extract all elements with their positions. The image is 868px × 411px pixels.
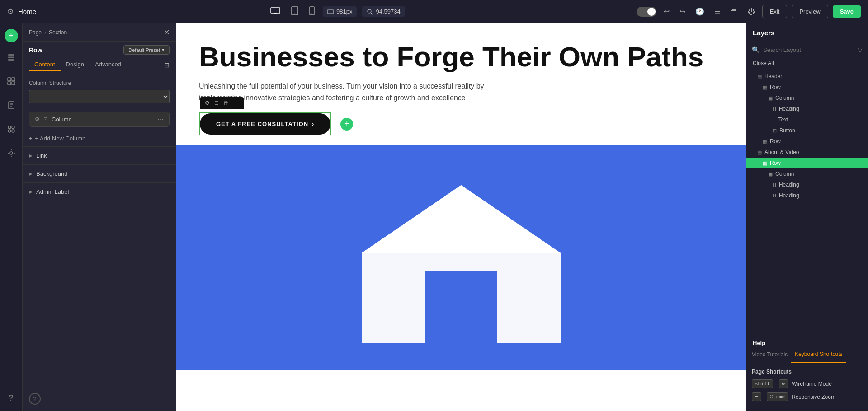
tree-item-heading-2[interactable]: H Heading xyxy=(746,179,868,190)
tree-item-row-1[interactable]: ▦ Row xyxy=(746,82,868,93)
svg-rect-12 xyxy=(8,59,14,61)
cta-copy-icon[interactable]: ⊡ xyxy=(213,99,220,107)
columns-button[interactable]: ⚌ xyxy=(712,5,723,19)
tree-item-header[interactable]: ▤ Header xyxy=(746,71,868,82)
power-button[interactable]: ⏻ xyxy=(745,5,758,19)
tab-design[interactable]: Design xyxy=(61,58,90,71)
dark-mode-toggle[interactable] xyxy=(637,7,656,17)
history-button[interactable]: 🕐 xyxy=(693,5,707,19)
tabs-row: Content Design Advanced ⊟ xyxy=(23,55,176,75)
filter-icon[interactable]: ▽ xyxy=(858,46,863,53)
pages-icon[interactable] xyxy=(5,98,18,114)
svg-point-8 xyxy=(368,9,371,13)
svg-point-25 xyxy=(10,152,13,154)
close-all-button[interactable]: Close All xyxy=(746,57,868,69)
column-card-label: Column xyxy=(52,116,154,123)
tree-item-about-section[interactable]: ▤ About & Video xyxy=(746,147,868,158)
tree-item-heading-3[interactable]: H Heading xyxy=(746,190,868,201)
key-equals: = xyxy=(752,392,761,401)
svg-point-21 xyxy=(8,126,11,129)
svg-rect-0 xyxy=(271,8,280,13)
background-accordion: ▶ Background xyxy=(23,164,176,182)
settings-icon[interactable] xyxy=(5,146,18,162)
tree-item-heading-1[interactable]: H Heading xyxy=(746,103,868,114)
svg-point-24 xyxy=(12,130,14,132)
gear-icon[interactable]: ⚙ xyxy=(7,7,14,16)
column-structure-row xyxy=(29,90,170,103)
background-accordion-header[interactable]: ▶ Background xyxy=(23,165,176,182)
cta-add-button[interactable]: + xyxy=(340,118,353,131)
mobile-device-button[interactable] xyxy=(307,4,317,20)
tree-item-button[interactable]: ⊡ Button xyxy=(746,125,868,136)
tree-item-row-active[interactable]: ▦ Row xyxy=(746,158,868,168)
section-icon-2: ▤ xyxy=(757,149,762,155)
undo-button[interactable]: ↩ xyxy=(661,5,672,19)
cta-button[interactable]: GET A FREE CONSULTATION › xyxy=(200,113,330,135)
wireframe-key-combo: shift + w xyxy=(752,379,788,388)
wireframe-label: Wireframe Mode xyxy=(792,381,832,387)
cta-more-icon[interactable]: ⋯ xyxy=(232,99,240,107)
tree-item-column-2[interactable]: ▣ Column xyxy=(746,168,868,179)
svg-point-22 xyxy=(12,126,14,129)
breadcrumb-page[interactable]: Page xyxy=(29,29,42,36)
tab-keyboard-shortcuts[interactable]: Keyboard Shortcuts xyxy=(791,346,846,363)
svg-point-6 xyxy=(311,13,312,14)
layers-tree: ▤ Header ▦ Row ▣ Column H Heading T Text xyxy=(746,69,868,336)
link-accordion: ▶ Link xyxy=(23,146,176,164)
help-icon[interactable]: ? xyxy=(6,391,16,406)
column-dots-menu[interactable]: ⋯ xyxy=(157,116,164,123)
svg-rect-17 xyxy=(9,102,14,109)
help-circle-button[interactable]: ? xyxy=(29,393,41,405)
settings-small-icon[interactable]: ⚙ xyxy=(35,116,40,122)
add-new-column-button[interactable]: + + Add New Column xyxy=(23,131,176,146)
trash-button[interactable]: 🗑 xyxy=(728,5,741,19)
svg-rect-16 xyxy=(12,82,15,85)
default-preset-button[interactable]: Default Preset ▾ xyxy=(123,45,170,55)
copy-small-icon[interactable]: ⊡ xyxy=(43,116,48,122)
layers-title: Layers xyxy=(753,29,774,37)
search-layout-input[interactable] xyxy=(763,47,854,53)
link-accordion-header[interactable]: ▶ Link xyxy=(23,147,176,164)
help-tabs: Video Tutorials Keyboard Shortcuts xyxy=(746,346,868,363)
svg-rect-28 xyxy=(425,271,497,343)
admin-label-accordion-header[interactable]: ▶ Admin Label xyxy=(23,183,176,201)
help-content: Page Shortcuts shift + w Wireframe Mode … xyxy=(746,363,868,411)
admin-label-arrow-icon: ▶ xyxy=(29,189,33,194)
element-type-label: Row xyxy=(29,47,42,54)
preview-button[interactable]: Preview xyxy=(792,5,828,18)
house-illustration xyxy=(348,172,574,343)
zoom-value: 94.59734 xyxy=(376,8,400,15)
cta-element: ⚙ ⊡ 🗑 ⋯ GET A FREE CONSULTATION › xyxy=(199,112,331,135)
layout-icon-button[interactable]: ⊟ xyxy=(164,61,170,69)
exit-button[interactable]: Exit xyxy=(762,5,788,18)
close-panel-button[interactable]: ✕ xyxy=(164,28,170,37)
column-card: ⚙ ⊡ Column ⋯ xyxy=(29,112,170,127)
redo-button[interactable]: ↪ xyxy=(677,5,688,19)
tablet-device-button[interactable] xyxy=(288,4,301,20)
responsive-zoom-label: Responsive Zoom xyxy=(792,394,835,400)
tab-content[interactable]: Content xyxy=(29,58,61,71)
desktop-device-button[interactable] xyxy=(268,5,283,19)
tree-item-column-1[interactable]: ▣ Column xyxy=(746,93,868,103)
tab-video-tutorials[interactable]: Video Tutorials xyxy=(752,346,791,363)
tree-item-row-2[interactable]: ▦ Row xyxy=(746,136,868,147)
add-element-button[interactable]: + xyxy=(5,29,18,42)
breadcrumb-section[interactable]: Section xyxy=(49,29,67,36)
layers-icon[interactable] xyxy=(5,51,18,66)
breadcrumb-separator: › xyxy=(44,29,46,36)
tree-item-text[interactable]: T Text xyxy=(746,114,868,125)
canvas-heading-section: Businesses to Forge Their Own Paths Unle… xyxy=(176,23,746,112)
plus-sep-1: + xyxy=(774,381,777,387)
grid-icon[interactable] xyxy=(5,75,18,90)
resolution-display: 981px xyxy=(323,6,357,17)
column-card-header: ⚙ ⊡ Column ⋯ xyxy=(29,112,169,126)
zoom-display: 94.59734 xyxy=(362,6,405,17)
cta-settings-icon[interactable]: ⚙ xyxy=(203,99,211,107)
cta-trash-icon[interactable]: 🗑 xyxy=(222,99,230,107)
tab-advanced[interactable]: Advanced xyxy=(90,58,127,71)
help-title: Help xyxy=(746,336,868,346)
app-title: Home xyxy=(18,8,36,15)
column-structure-select[interactable] xyxy=(29,90,170,103)
widget-icon[interactable] xyxy=(5,122,18,138)
save-button[interactable]: Save xyxy=(833,5,861,18)
